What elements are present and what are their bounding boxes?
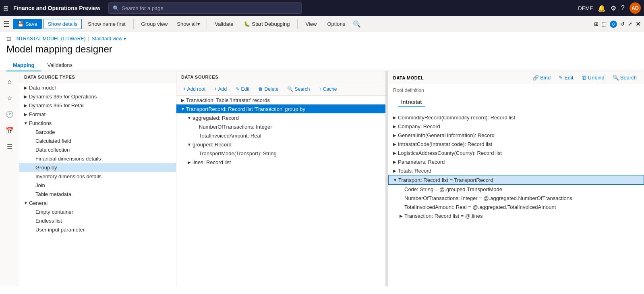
- dst-item[interactable]: Table metadata: [19, 190, 176, 198]
- dm-item[interactable]: ▶ Totals: Record: [388, 166, 644, 175]
- tab-validations[interactable]: Validations: [41, 60, 79, 71]
- unbind-button[interactable]: 🗑 Unbind: [579, 74, 607, 81]
- filter-icon[interactable]: ⊟: [6, 35, 11, 42]
- toolbar-icon-2[interactable]: ⬚: [602, 21, 607, 27]
- ds-panel: DATA SOURCES + Add root + Add ✎ Edit 🗑 D…: [176, 71, 386, 286]
- add-root-button[interactable]: + Add root: [180, 85, 209, 94]
- breadcrumb: ⊟ INTRASTAT MODEL (LITWARE) | Standard v…: [0, 32, 644, 42]
- dm-item[interactable]: ▶ Parameters: Record: [388, 157, 644, 166]
- start-debugging-button[interactable]: 🐛 Start Debugging: [239, 19, 294, 29]
- expand-icon: [29, 129, 35, 135]
- dst-item[interactable]: Barcode: [19, 127, 176, 136]
- dst-item[interactable]: ▶ Format: [19, 110, 176, 119]
- toolbar-icon-1[interactable]: ⊞: [594, 21, 598, 27]
- expand-icon: ▼: [180, 106, 186, 112]
- list-icon[interactable]: ☰: [2, 139, 17, 154]
- toolbar-icon-4[interactable]: ↺: [620, 21, 625, 27]
- view-selector[interactable]: Standard view ▾: [92, 36, 126, 42]
- dst-item-label: General: [29, 200, 173, 206]
- delete-button[interactable]: 🗑 Delete: [255, 85, 282, 94]
- nav-menu-icon[interactable]: ☰: [3, 20, 10, 29]
- view-button[interactable]: View: [301, 19, 321, 29]
- dm-item[interactable]: TotalInvoicedAmount: Real = @.aggregated…: [388, 202, 644, 211]
- dst-item[interactable]: ▼ Functions: [19, 119, 176, 127]
- dm-search-button[interactable]: 🔍 Search: [610, 74, 639, 81]
- edit-button[interactable]: ✎ Edit: [232, 85, 253, 94]
- dst-item[interactable]: ▶ Dynamics 365 for Operations: [19, 92, 176, 101]
- dm-item[interactable]: ▶ CommodityRecord(Commodity record): Rec…: [388, 113, 644, 122]
- grid-icon[interactable]: ⊞: [3, 4, 8, 12]
- dm-item[interactable]: ▶ Transaction: Record list = @.lines: [388, 211, 644, 220]
- settings-icon[interactable]: ⚙: [611, 4, 616, 12]
- help-icon[interactable]: ?: [621, 4, 625, 12]
- dst-item[interactable]: Inventory dimensions details: [19, 172, 176, 181]
- dm-item[interactable]: ▶ IntrastatCode(Intrastat code): Record …: [388, 140, 644, 148]
- dst-item[interactable]: Join: [19, 181, 176, 190]
- expand-icon: ▶: [23, 111, 29, 117]
- dst-item[interactable]: Financial dimensions details: [19, 154, 176, 163]
- dm-item[interactable]: Code: String = @.grouped.TransportMode: [388, 185, 644, 194]
- dst-item[interactable]: User input parameter: [19, 225, 176, 234]
- chevron-down-icon: ▾: [197, 21, 200, 27]
- ds-item[interactable]: TransportMode(Transport): String: [176, 149, 385, 158]
- dst-item[interactable]: ▶ Dynamics 365 for Retail: [19, 101, 176, 110]
- ds-item[interactable]: ▼ TransportRecord: Record list 'Transact…: [176, 104, 385, 113]
- toolbar-icon-3[interactable]: 0: [610, 21, 617, 28]
- bind-button[interactable]: 🔗 Bind: [530, 74, 553, 81]
- global-search[interactable]: 🔍 Search for a page: [108, 2, 302, 14]
- save-button[interactable]: 💾 Save: [13, 19, 42, 29]
- dm-item[interactable]: ▼ Transport: Record list = TransportReco…: [388, 175, 644, 185]
- dst-item[interactable]: ▼ General: [19, 198, 176, 207]
- add-button[interactable]: + Add: [211, 85, 230, 94]
- search-icon: 🔍: [113, 5, 119, 11]
- expand-icon: ▶: [186, 159, 193, 165]
- panels: DATA SOURCE TYPES ▶ Data model ▶ Dynamic…: [19, 71, 644, 286]
- show-details-button[interactable]: Show details: [43, 19, 82, 29]
- dm-item[interactable]: ▶ GeneralInfo(General information): Reco…: [388, 131, 644, 140]
- toolbar-icon-5[interactable]: ⤢: [628, 21, 632, 27]
- dm-item[interactable]: NumberOfTransactions: Integer = @.aggreg…: [388, 194, 644, 202]
- ds-item[interactable]: ▼ aggregated: Record: [176, 113, 385, 122]
- search-button[interactable]: 🔍 Search: [284, 85, 313, 94]
- group-view-button[interactable]: Group view: [137, 19, 172, 29]
- calendar-icon[interactable]: 📅: [2, 123, 17, 138]
- expand-icon: [29, 182, 35, 188]
- dst-item[interactable]: Group by: [19, 163, 176, 172]
- root-definition-value: Intrastat: [398, 97, 425, 107]
- dst-item-label: Endless list: [35, 218, 173, 224]
- dst-item[interactable]: Empty container: [19, 207, 176, 216]
- separator-3: [297, 19, 298, 29]
- close-icon[interactable]: ✕: [636, 20, 641, 28]
- dm-item[interactable]: ▶ Company: Record: [388, 122, 644, 131]
- ds-item[interactable]: ▶ Transaction: Table 'Intrastat' records: [176, 96, 385, 104]
- breadcrumb-link-1[interactable]: INTRASTAT MODEL (LITWARE): [15, 36, 85, 42]
- toolbar-search-icon[interactable]: 🔍: [351, 19, 362, 29]
- dst-item-label: User input parameter: [35, 227, 173, 233]
- ds-item[interactable]: ▶ lines: Record list: [176, 158, 385, 167]
- dm-edit-button[interactable]: ✎ Edit: [556, 74, 576, 81]
- dst-item[interactable]: Data collection: [19, 145, 176, 154]
- star-icon[interactable]: ☆: [2, 91, 17, 105]
- show-name-first-button[interactable]: Show name first: [83, 19, 130, 29]
- dst-item-label: Data model: [29, 85, 173, 91]
- history-icon[interactable]: 🕐: [2, 107, 17, 121]
- show-all-dropdown[interactable]: Show all ▾: [174, 19, 203, 29]
- dst-item[interactable]: ▶ Data model: [19, 83, 176, 92]
- tab-mapping[interactable]: Mapping: [6, 60, 41, 71]
- ds-item[interactable]: TotalInvoicedAmount: Real: [176, 131, 385, 140]
- dst-item[interactable]: Endless list: [19, 216, 176, 225]
- cache-button[interactable]: + Cache: [315, 85, 340, 94]
- dst-item[interactable]: Calculated field: [19, 136, 176, 145]
- options-button[interactable]: Options: [323, 19, 350, 29]
- avatar[interactable]: AD: [630, 2, 641, 14]
- ds-item[interactable]: ▼ grouped: Record: [176, 140, 385, 149]
- bell-icon[interactable]: 🔔: [598, 4, 606, 12]
- validate-button[interactable]: Validate: [210, 19, 238, 29]
- home-icon[interactable]: ⌂: [2, 75, 17, 89]
- tabs: Mapping Validations: [0, 60, 644, 71]
- dst-item-label: Table metadata: [35, 191, 173, 197]
- ds-item[interactable]: NumberOfTransactions: Integer: [176, 122, 385, 131]
- dm-item[interactable]: ▶ LogisticsAddressCounty(County): Record…: [388, 148, 644, 157]
- expand-icon: ▶: [391, 150, 398, 156]
- dst-item-label: Format: [29, 111, 173, 117]
